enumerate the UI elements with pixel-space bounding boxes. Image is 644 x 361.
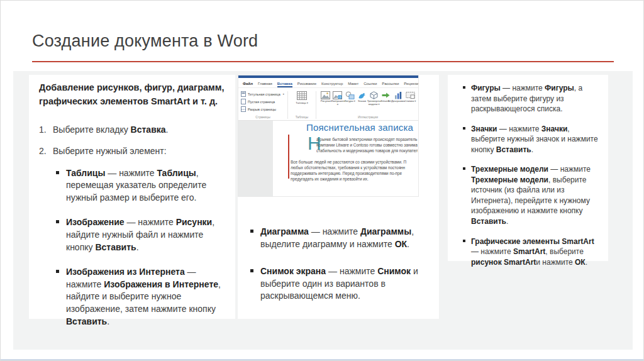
button-label: Титульная страница (248, 92, 280, 96)
list-item: Графические элементы SmartArt — нажмите … (457, 236, 599, 268)
bullet-list: Таблицы — нажмите Таблицы, перемещая ука… (39, 167, 225, 328)
word-tab-file[interactable]: Файл (243, 82, 253, 87)
table-icon (297, 91, 307, 100)
list-item: Изображения из Интернета — нажмите Изобр… (39, 266, 225, 328)
bullet-marker (56, 220, 59, 223)
list-item: Диаграмма — нажмите Диаграммы, выделите … (238, 226, 429, 250)
step-item: 2. Выберите нужный элемент: (39, 145, 225, 158)
bullet-marker (463, 127, 465, 130)
step-item: 1. Выберите вкладку Вставка. (39, 124, 225, 136)
shapes-button[interactable]: Фигуры (344, 91, 356, 114)
button-label: Снимок (403, 99, 417, 103)
word-tab-mailings[interactable]: Рассылки (382, 82, 399, 87)
list-item: Фигуры — нажмите Фигуры, а затем выберит… (457, 83, 599, 114)
step-number: 2. (39, 145, 53, 158)
bullet-marker (250, 230, 253, 233)
ribbon-group-tables: Таблица Таблицы (291, 90, 313, 120)
word-screenshot: Файл Главная Вставка Рисование Конструкт… (238, 75, 419, 197)
shapes-icon (345, 91, 355, 99)
group-label-illustrations: Иллюстрации (319, 114, 417, 120)
bullet-text: Диаграмма — нажмите Диаграммы, выделите … (260, 226, 429, 250)
smartart-icon (381, 91, 391, 99)
ribbon-separator (287, 91, 288, 119)
word-tab-home[interactable]: Главная (258, 82, 272, 87)
document-heading: Пояснительная записка (306, 122, 413, 133)
step-number: 1. (39, 124, 53, 136)
numbered-steps: 1. Выберите вкладку Вставка. 2. Выберите… (39, 124, 225, 158)
slide-bottom-edge (1, 359, 643, 360)
bullet-text: Таблицы — нажмите Таблицы, перемещая ука… (66, 167, 225, 204)
3d-models-button[interactable]: Трехмерные модели (368, 91, 380, 114)
blank-page-icon (241, 99, 246, 104)
title-underline (32, 61, 614, 62)
bullet-text: Изображения из Интернета — нажмите Изобр… (66, 266, 225, 328)
cover-page-button[interactable]: Титульная страница (241, 91, 285, 97)
group-label-tables: Таблицы (291, 114, 313, 120)
word-ribbon: Титульная страница Пустая страница Разры… (238, 88, 418, 121)
bullet-text: Значки — нажмите Значки, выберите нужный… (471, 124, 599, 155)
chart-icon (394, 91, 403, 99)
slide: Создание документа в Word Добавление рис… (0, 0, 644, 361)
bullet-text: Снимок экрана — нажмите Снимок и выберит… (260, 265, 429, 303)
bullet-marker (463, 240, 465, 242)
icons-button[interactable]: Значки (356, 91, 368, 114)
word-tab-references[interactable]: Ссылки (364, 82, 377, 87)
document-paragraph: а рынке бытовой электроники происходят п… (316, 137, 418, 154)
ribbon-separator (316, 91, 316, 119)
bullet-text: Фигуры — нажмите Фигуры, а затем выберит… (471, 83, 599, 114)
word-tab-review[interactable]: Рецензирование (404, 82, 418, 87)
screenshot-button[interactable]: Снимок (404, 91, 416, 114)
bullet-text: Трехмерные модели — нажмите Трехмерные м… (471, 164, 599, 226)
bullet-marker (56, 270, 59, 273)
word-ribbon-tabs: Файл Главная Вставка Рисование Конструкт… (238, 78, 418, 88)
word-tab-design[interactable]: Конструктор (321, 82, 343, 87)
step-text: Выберите нужный элемент: (53, 145, 167, 158)
list-item: Снимок экрана — нажмите Снимок и выберит… (238, 265, 429, 303)
ribbon-group-illustrations: Рисунки Изображения в Интернете Фигуры (319, 90, 417, 120)
table-button[interactable]: Таблица (291, 90, 313, 114)
change-bar (288, 135, 289, 179)
middle-column: Файл Главная Вставка Рисование Конструкт… (238, 75, 439, 319)
cover-page-icon (241, 91, 246, 97)
3d-models-icon (369, 91, 379, 99)
bullet-list: Диаграмма — нажмите Диаграммы, выделите … (238, 226, 439, 303)
icons-icon (357, 91, 367, 99)
word-tab-layout[interactable]: Макет (348, 82, 358, 87)
bullet-marker (56, 171, 59, 174)
button-label: Разрыв страницы (248, 108, 276, 111)
bullet-marker (463, 86, 465, 89)
screenshot-icon (406, 91, 415, 99)
bullet-text: Графические элементы SmartArt — нажмите … (471, 236, 599, 268)
bullet-marker (463, 167, 465, 170)
pictures-button[interactable]: Рисунки (319, 91, 331, 114)
list-item: Трехмерные модели — нажмите Трехмерные м… (457, 164, 599, 226)
right-column: Фигуры — нажмите Фигуры, а затем выберит… (448, 75, 608, 261)
bullet-text: Изображение — нажмите Рисунки, найдите н… (66, 216, 225, 253)
page-break-button[interactable]: Разрыв страницы (241, 106, 285, 112)
page-title: Создание документа в Word (32, 32, 258, 51)
pictures-icon (321, 91, 330, 99)
button-label: Пустая страница (248, 100, 275, 104)
ribbon-group-pages: Титульная страница Пустая страница Разры… (241, 90, 285, 120)
left-column: Добавление рисунков, фигур, диаграмм, гр… (29, 75, 235, 319)
online-pictures-icon (333, 91, 342, 99)
list-item: Значки — нажмите Значки, выберите нужный… (457, 124, 599, 155)
chart-button[interactable]: Диаграмма (392, 91, 404, 114)
step-text: Выберите вкладку Вставка. (53, 124, 168, 136)
content-area: Добавление рисунков, фигур, диаграмм, гр… (13, 71, 633, 350)
online-pictures-button[interactable]: Изображения в Интернете (331, 91, 343, 114)
page-break-icon (241, 106, 246, 112)
word-document-area: Пояснительная записка Н а рынке бытовой … (238, 121, 418, 196)
word-tab-insert[interactable]: Вставка (277, 82, 292, 87)
bullet-marker (250, 269, 253, 272)
button-label: Таблица (295, 101, 309, 104)
word-tab-draw[interactable]: Рисование (297, 82, 316, 87)
blank-page-button[interactable]: Пустая страница (241, 99, 285, 104)
list-item: Изображение — нажмите Рисунки, найдите н… (39, 216, 225, 253)
document-paragraph: Все больше людей не расстаются со своими… (291, 160, 418, 182)
left-column-heading: Добавление рисунков, фигур, диаграмм, гр… (39, 81, 225, 109)
list-item: Таблицы — нажмите Таблицы, перемещая ука… (39, 167, 225, 204)
group-label-pages: Страницы (241, 114, 285, 120)
smartart-button[interactable]: SmartArt (380, 91, 392, 114)
